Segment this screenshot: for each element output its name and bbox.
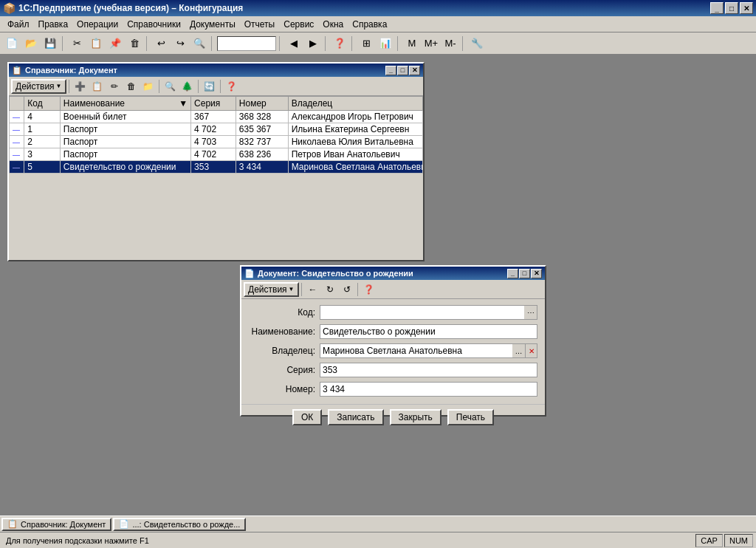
taskbar-item-0[interactable]: 📋 Справочник: Документ bbox=[1, 518, 111, 531]
tb-nav-prev[interactable]: ◀ bbox=[285, 35, 303, 52]
tb-nav-next[interactable]: ▶ bbox=[304, 35, 322, 52]
spravochnik-minimize[interactable]: _ bbox=[385, 66, 396, 75]
doc-tb-help[interactable]: ❓ bbox=[361, 282, 377, 297]
sprav-tb-filter[interactable]: 🔍 bbox=[162, 79, 179, 94]
row-naim: Паспорт bbox=[60, 148, 190, 161]
main-area: 📋 Справочник: Документ _ □ ✕ Действия ▼ … bbox=[0, 55, 756, 532]
sprav-tb-edit[interactable]: ✏ bbox=[106, 79, 123, 94]
menu-reports[interactable]: Отчеты bbox=[240, 18, 279, 31]
spravochnik-close[interactable]: ✕ bbox=[409, 66, 420, 75]
row-vladelec: Николаева Юлия Витальевна bbox=[288, 136, 422, 148]
kod-picker-button[interactable]: ⋯ bbox=[524, 305, 537, 320]
tb-redo-button[interactable]: ↪ bbox=[171, 35, 189, 52]
form-row-vladelec: Владелец: … ✕ bbox=[249, 343, 537, 358]
app-icon: 📦 bbox=[3, 2, 16, 14]
tb-grid-button[interactable]: ⊞ bbox=[357, 35, 375, 52]
doc-tb-nav1[interactable]: ↻ bbox=[322, 282, 338, 297]
tb-sep-1 bbox=[62, 36, 65, 51]
menu-windows[interactable]: Окна bbox=[318, 18, 348, 31]
menu-file[interactable]: Файл bbox=[3, 18, 34, 31]
zapisat-button[interactable]: Записать bbox=[328, 409, 383, 425]
form-row-seria: Серия: bbox=[249, 363, 537, 377]
vladelec-clear-button[interactable]: ✕ bbox=[526, 343, 537, 358]
row-nomer: 638 236 bbox=[236, 148, 288, 161]
sprav-tb-refresh[interactable]: 🔄 bbox=[202, 79, 218, 94]
col-nomer: Номер bbox=[236, 97, 288, 111]
sprav-tb-help[interactable]: ❓ bbox=[224, 79, 240, 94]
tb-help-button[interactable]: ❓ bbox=[331, 35, 348, 52]
row-vladelec: Маринова Светлана Анатольевна bbox=[288, 161, 422, 174]
tb-delete-button[interactable]: 🗑 bbox=[126, 35, 143, 52]
table-row[interactable]: — 2 Паспорт 4 703 832 737 Николаева Юлия… bbox=[10, 136, 423, 148]
minimize-button[interactable]: _ bbox=[710, 2, 724, 14]
document-title-bar: 📄 Документ: Свидетельство о рождении _ □… bbox=[241, 267, 545, 280]
spravochnik-actions-dropdown[interactable]: Действия ▼ bbox=[11, 79, 66, 94]
form-buttons-area: ОК Записать Закрыть Печать bbox=[241, 404, 545, 430]
document-maximize[interactable]: □ bbox=[519, 269, 530, 278]
pechat-button[interactable]: Печать bbox=[447, 409, 494, 425]
table-row[interactable]: — 3 Паспорт 4 702 638 236 Петров Иван Ан… bbox=[10, 148, 423, 161]
tb-copy-button[interactable]: 📋 bbox=[87, 35, 105, 52]
col-vladelec: Владелец bbox=[288, 97, 422, 111]
nomer-input[interactable] bbox=[320, 382, 537, 397]
sprav-tb-hierarchy[interactable]: 🌲 bbox=[179, 79, 196, 94]
cap-indicator: CAP bbox=[695, 534, 723, 547]
spravochnik-win-icon: 📋 bbox=[12, 66, 22, 75]
vladelec-field-group: … ✕ bbox=[320, 343, 537, 358]
taskbar-item-1[interactable]: 📄 ...: Свидетельство о рожде... bbox=[113, 518, 246, 531]
sprav-tb-add[interactable]: ➕ bbox=[72, 79, 89, 94]
doc-tb-back[interactable]: ← bbox=[305, 282, 321, 297]
seria-input[interactable] bbox=[320, 363, 537, 377]
table-row[interactable]: — 1 Паспорт 4 702 635 367 Ильина Екатери… bbox=[10, 123, 423, 136]
row-seria: 367 bbox=[191, 111, 236, 123]
tb-search-input[interactable] bbox=[217, 36, 276, 51]
maximize-button[interactable]: □ bbox=[725, 2, 738, 14]
kod-field-group: ⋯ bbox=[320, 305, 537, 320]
menu-documents[interactable]: Документы bbox=[185, 18, 240, 31]
row-kod: 5 bbox=[24, 161, 61, 174]
sprav-tb-copy[interactable]: 📋 bbox=[89, 79, 106, 94]
table-row[interactable]: — 4 Военный билет 367 368 328 Александро… bbox=[10, 111, 423, 123]
menu-edit[interactable]: Правка bbox=[34, 18, 73, 31]
tb-cut-button[interactable]: ✂ bbox=[68, 35, 86, 52]
status-text: Для получения подсказки нажмите F1 bbox=[0, 536, 695, 545]
tb-save-button[interactable]: 💾 bbox=[41, 35, 59, 52]
menu-spravochniki[interactable]: Справочники bbox=[123, 18, 185, 31]
tb-paste-button[interactable]: 📌 bbox=[106, 35, 124, 52]
tb-mminus-button[interactable]: M- bbox=[441, 35, 459, 52]
close-button[interactable]: ✕ bbox=[740, 2, 753, 14]
vladelec-input[interactable] bbox=[320, 343, 512, 358]
tb-undo-button[interactable]: ↩ bbox=[152, 35, 170, 52]
row-nomer: 635 367 bbox=[236, 123, 288, 136]
tb-chart-button[interactable]: 📊 bbox=[377, 35, 394, 52]
vladelec-picker-button[interactable]: … bbox=[512, 343, 526, 358]
tb-open-button[interactable]: 📂 bbox=[22, 35, 40, 52]
menu-bar: Файл Правка Операции Справочники Докумен… bbox=[0, 16, 756, 32]
menu-help[interactable]: Справка bbox=[348, 18, 391, 31]
sprav-tb-delete[interactable]: 🗑 bbox=[123, 79, 140, 94]
row-icon-cell: — bbox=[10, 161, 24, 174]
tb-find-button[interactable]: 🔍 bbox=[190, 35, 208, 52]
sprav-tb-folder[interactable]: 📁 bbox=[140, 79, 157, 94]
ok-button[interactable]: ОК bbox=[292, 409, 322, 425]
taskbar-label-0: Справочник: Документ bbox=[21, 520, 106, 529]
tb-m-button[interactable]: M bbox=[403, 35, 421, 52]
tb-sep-2 bbox=[146, 36, 149, 51]
menu-operations[interactable]: Операции bbox=[72, 18, 123, 31]
doc-tb-nav2[interactable]: ↺ bbox=[339, 282, 355, 297]
row-kod: 1 bbox=[24, 123, 61, 136]
tb-new-button[interactable]: 📄 bbox=[3, 35, 21, 52]
menu-service[interactable]: Сервис bbox=[279, 18, 318, 31]
tb-settings-button[interactable]: 🔧 bbox=[468, 35, 486, 52]
document-actions-dropdown[interactable]: Действия ▼ bbox=[244, 282, 299, 297]
document-close[interactable]: ✕ bbox=[531, 269, 542, 278]
spravochnik-maximize[interactable]: □ bbox=[397, 66, 408, 75]
naim-input[interactable] bbox=[320, 324, 537, 339]
table-row[interactable]: — 5 Свидетельство о рождении 353 3 434 М… bbox=[10, 161, 423, 174]
kod-input[interactable] bbox=[320, 305, 524, 320]
row-naim: Военный билет bbox=[60, 111, 190, 123]
tb-mplus-button[interactable]: M+ bbox=[422, 35, 440, 52]
document-minimize[interactable]: _ bbox=[507, 269, 518, 278]
document-win-icon: 📄 bbox=[244, 269, 255, 278]
zakryt-button[interactable]: Закрыть bbox=[390, 409, 441, 425]
